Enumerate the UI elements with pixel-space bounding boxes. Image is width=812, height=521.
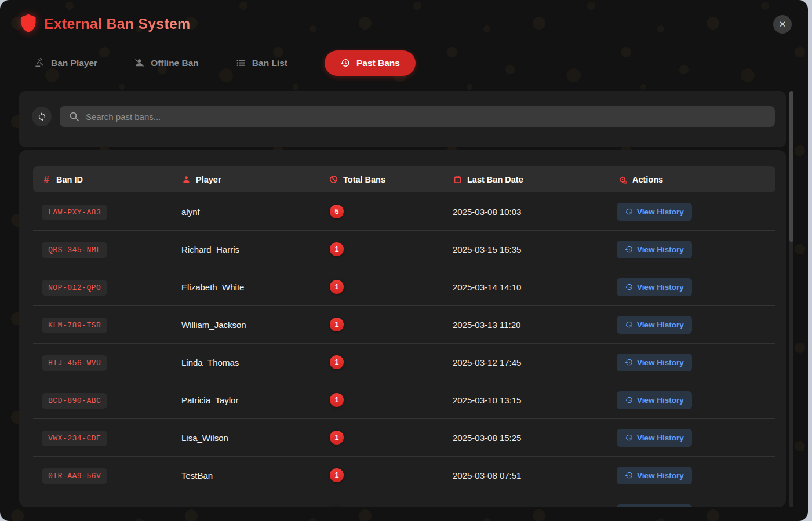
last-ban-date: 2025-03-14 14:10: [453, 282, 618, 292]
player-name: Elizabeth_White: [181, 282, 329, 292]
view-history-button[interactable]: View History: [617, 241, 692, 258]
calendar-icon: [453, 175, 462, 184]
history-icon: [625, 433, 633, 442]
view-history-label: View History: [637, 396, 684, 405]
search-icon: [69, 111, 79, 122]
table-row: 0IR-AA9-56V TestBan 1 2025-03-08 07:51 V…: [33, 457, 775, 494]
table-row: NOP-012-QPO Elizabeth_White 1 2025-03-14…: [33, 268, 775, 306]
history-icon: [625, 245, 633, 253]
page-title: External Ban System: [44, 16, 191, 32]
history-icon: [625, 320, 633, 329]
gavel-icon: [35, 58, 45, 68]
view-history-button[interactable]: View History: [617, 504, 692, 507]
player-name: TestBan: [181, 471, 329, 480]
column-ban-id: # Ban ID: [42, 175, 181, 184]
player-name: Patricia_Taylor: [181, 395, 329, 405]
ban-id-chip: 0IR-AA9-56V: [42, 468, 107, 484]
total-bans-badge: 1: [330, 355, 344, 369]
view-history-button[interactable]: View History: [617, 391, 692, 409]
total-bans-badge: 1: [330, 318, 344, 331]
user-icon: [181, 175, 191, 184]
history-icon: [625, 207, 633, 216]
search-card: [19, 91, 786, 147]
ban-id-chip: QRS-345-NML: [42, 242, 107, 258]
view-history-button[interactable]: View History: [617, 354, 692, 371]
view-history-button[interactable]: View History: [617, 429, 692, 447]
user-slash-icon: [134, 58, 144, 68]
total-bans-badge: 1: [330, 242, 344, 256]
ban-icon: [329, 175, 338, 184]
hash-icon: #: [42, 175, 51, 184]
view-history-label: View History: [637, 207, 684, 216]
ban-id-chip: HIJ-456-WVU: [42, 355, 107, 371]
history-icon: [340, 58, 350, 68]
total-bans-badge: 1: [330, 468, 344, 482]
ban-id-chip: [42, 507, 54, 508]
player-name: Richard_Harris: [181, 245, 329, 254]
column-player: Player: [181, 175, 329, 184]
player-name: Linda_Thomas: [181, 358, 329, 367]
tab-label: Ban List: [252, 58, 287, 68]
tab-ban-list[interactable]: Ban List: [236, 58, 287, 68]
tab-ban-player[interactable]: Ban Player: [35, 58, 97, 68]
column-total-bans: Total Bans: [329, 175, 453, 184]
history-icon: [625, 396, 633, 404]
player-name: William_Jackson: [181, 320, 329, 330]
view-history-button[interactable]: View History: [617, 467, 692, 484]
search-input[interactable]: [60, 106, 775, 127]
tabbar: Ban Player Offline Ban Ban List Past Ban…: [35, 49, 416, 76]
table-body: LAW-PXY-A83 alynf 5 2025-03-08 10:03 Vie…: [33, 193, 775, 507]
view-history-label: View History: [637, 245, 684, 254]
shield-icon: [20, 13, 37, 34]
close-icon[interactable]: ✕: [773, 15, 792, 34]
last-ban-date: 2025-03-10 13:15: [453, 395, 618, 405]
tab-label: Past Bans: [356, 58, 400, 68]
history-icon: [625, 471, 633, 479]
total-bans-badge: 1: [330, 431, 344, 445]
last-ban-date: 2025-03-12 17:45: [453, 358, 618, 367]
tab-past-bans[interactable]: Past Bans: [325, 50, 416, 76]
last-ban-date: 2025-03-15 16:35: [453, 245, 618, 254]
ban-id-chip: NOP-012-QPO: [42, 280, 107, 296]
app-header: External Ban System ✕: [0, 0, 808, 41]
history-icon: [625, 358, 633, 366]
scrollbar-thumb[interactable]: [789, 91, 793, 242]
last-ban-date: 2025-03-08 07:51: [453, 471, 618, 480]
total-bans-badge: 5: [330, 205, 344, 218]
view-history-button[interactable]: View History: [617, 316, 692, 334]
refresh-icon[interactable]: [32, 107, 52, 126]
view-history-label: View History: [637, 283, 684, 292]
list-icon: [236, 58, 246, 68]
column-actions: ⚙⚙ Actions: [618, 175, 775, 184]
last-ban-date: 2025-03-08 15:25: [453, 433, 618, 443]
ban-system-window: External Ban System ✕ Ban Player Offline…: [0, 0, 808, 521]
table-header: # Ban ID Player Total Bans Last Ban Dat: [33, 166, 775, 192]
ban-id-chip: KLM-789-TSR: [42, 318, 107, 333]
tab-label: Offline Ban: [151, 58, 199, 68]
view-history-label: View History: [637, 471, 684, 480]
last-ban-date: 2025-03-08 10:03: [453, 207, 618, 217]
table-row: LAW-PXY-A83 alynf 5 2025-03-08 10:03 Vie…: [33, 193, 775, 231]
view-history-button[interactable]: View History: [617, 203, 692, 221]
total-bans-badge: 1: [330, 393, 344, 407]
view-history-label: View History: [637, 320, 684, 329]
tab-offline-ban[interactable]: Offline Ban: [134, 58, 199, 68]
table-row: HIJ-456-WVU Linda_Thomas 1 2025-03-12 17…: [33, 344, 775, 381]
last-ban-date: 2025-03-13 11:20: [453, 320, 618, 330]
table-row: VWX-234-CDE Lisa_Wilson 1 2025-03-08 15:…: [33, 419, 775, 457]
total-bans-badge: [330, 507, 344, 508]
table-row: QRS-345-NML Richard_Harris 1 2025-03-15 …: [33, 231, 775, 268]
ban-id-chip: LAW-PXY-A83: [42, 205, 107, 220]
table-row: View History: [33, 494, 775, 507]
past-bans-table: # Ban ID Player Total Bans Last Ban Dat: [19, 150, 786, 507]
ban-id-chip: VWX-234-CDE: [42, 431, 107, 446]
scrollbar-track[interactable]: [789, 91, 793, 507]
view-history-label: View History: [637, 433, 684, 442]
history-icon: [625, 283, 633, 291]
table-row: KLM-789-TSR William_Jackson 1 2025-03-13…: [33, 306, 775, 344]
player-name: alynf: [181, 207, 329, 217]
total-bans-badge: 1: [330, 280, 344, 294]
tab-label: Ban Player: [51, 58, 97, 68]
view-history-button[interactable]: View History: [617, 278, 692, 296]
ban-id-chip: BCD-890-ABC: [42, 393, 107, 409]
